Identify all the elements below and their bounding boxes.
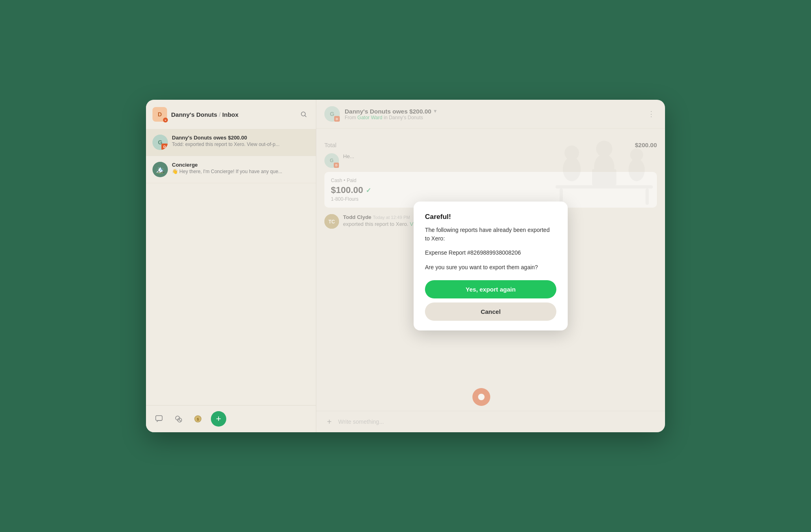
inbox-item-donuts[interactable]: G D Danny's Donuts owes $200.00 Todd: ex…	[146, 129, 316, 156]
app-window: D × Danny's Donuts / Inbox	[146, 100, 665, 432]
svg-rect-4	[156, 416, 162, 420]
inbox-item-title-concierge: Concierge	[172, 162, 309, 168]
inbox-item-content-donuts: Danny's Donuts owes $200.00 Todd: export…	[172, 135, 309, 147]
inbox-list: G D Danny's Donuts owes $200.00 Todd: ex…	[146, 129, 316, 405]
dialog: Careful! The following reports have alre…	[414, 202, 568, 330]
dialog-body: The following reports have already been …	[425, 226, 556, 243]
avatar-dd-badge: D	[161, 144, 168, 150]
inbox-item-preview-concierge: 👋 Hey there, I'm Concierge! If you have …	[172, 169, 309, 174]
svg-line-1	[305, 116, 306, 117]
chat-icon[interactable]	[152, 412, 165, 425]
inbox-item-concierge[interactable]: 🏔️ Concierge 👋 Hey there, I'm Concierge!…	[146, 156, 316, 183]
add-button[interactable]: +	[211, 411, 226, 427]
svg-line-7	[179, 420, 181, 421]
inbox-item-content-concierge: Concierge 👋 Hey there, I'm Concierge! If…	[172, 162, 309, 174]
coin-icon[interactable]: $	[191, 412, 204, 425]
dialog-body-line2: to Xero:	[425, 235, 445, 242]
brand-initial: D	[158, 111, 162, 118]
dialog-report-number: Expense Report #8269889938008206	[425, 249, 556, 256]
dialog-body-line1: The following reports have already been …	[425, 227, 549, 233]
inbox-item-title-donuts: Danny's Donuts owes $200.00	[172, 135, 309, 141]
sidebar: D × Danny's Donuts / Inbox	[146, 100, 316, 432]
sidebar-toolbar: $ +	[146, 405, 316, 432]
inbox-item-avatar-donuts: G D	[152, 135, 168, 150]
sidebar-header: D × Danny's Donuts / Inbox	[146, 100, 316, 129]
search-button[interactable]	[298, 109, 309, 120]
export-again-button[interactable]: Yes, export again	[425, 280, 556, 298]
dialog-title: Careful!	[425, 213, 556, 221]
inbox-item-preview-donuts: Todd: exported this report to Xero. View…	[172, 142, 309, 147]
modal-overlay: Careful! The following reports have alre…	[316, 100, 665, 432]
separator: /	[219, 111, 222, 118]
cancel-button[interactable]: Cancel	[425, 302, 556, 321]
brand-avatar: D ×	[152, 107, 167, 122]
sidebar-title: Danny's Donuts / Inbox	[171, 111, 294, 118]
search-people-icon[interactable]	[172, 412, 185, 425]
svg-text:$: $	[197, 417, 199, 421]
main-content: G D Danny's Donuts owes $200.00 ▾ From G…	[316, 100, 665, 432]
brand-name: Danny's Donuts	[171, 111, 217, 118]
dialog-question: Are you sure you want to export them aga…	[425, 264, 556, 270]
close-x-icon: ×	[163, 118, 168, 122]
section-label: Inbox	[222, 111, 238, 118]
inbox-item-avatar-concierge: 🏔️	[152, 162, 168, 177]
